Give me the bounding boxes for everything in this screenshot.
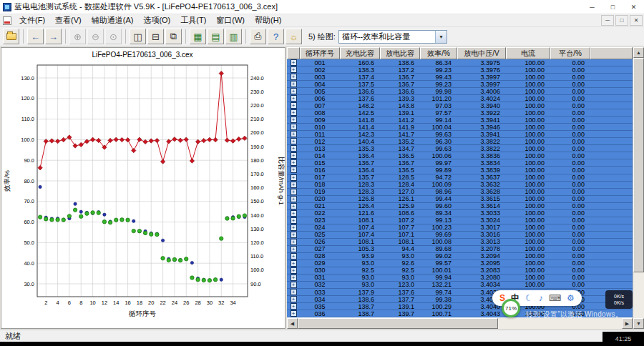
toolbox-icon[interactable]: ⚙ — [567, 293, 575, 303]
close-button[interactable]: ✕ — [623, 0, 644, 14]
zoom-reset-button[interactable]: ⊙ — [105, 29, 122, 44]
table-row-004[interactable]: +004137.5136.799.233.3997100.000.00 — [287, 81, 633, 88]
row-expander-button[interactable]: + — [291, 246, 297, 252]
cascade-windows-button[interactable]: ⧉ — [165, 29, 182, 44]
zoom-out-button[interactable]: ⊖ — [87, 29, 104, 44]
table-row-027[interactable]: +027105.394.489.683.2078100.000.00 — [287, 246, 633, 253]
table-row-030[interactable]: +03092.592.5100.013.2083100.000.00 — [287, 267, 633, 275]
table-row-001[interactable]: +001160.6138.686.343.3975100.000.00 — [287, 59, 633, 66]
row-expander-button[interactable]: + — [291, 81, 297, 87]
child-close-button[interactable]: ✕ — [630, 15, 643, 26]
table-row-032[interactable]: +03293.0123.0132.213.4034100.000.00 — [287, 282, 633, 289]
horizontal-scroll-thumb[interactable] — [298, 318, 498, 329]
row-expander-button[interactable]: + — [291, 196, 297, 202]
table-row-029[interactable]: +02993.092.699.573.2095100.000.00 — [287, 260, 633, 267]
data-list-button[interactable]: ▤ — [208, 29, 224, 44]
row-expander-button[interactable]: + — [291, 131, 297, 137]
scroll-right-arrow[interactable]: ▶ — [622, 318, 633, 329]
row-expander-button[interactable]: + — [291, 203, 297, 209]
back-button[interactable]: ← — [27, 29, 44, 44]
tile-vertical-button[interactable]: ⊟ — [147, 29, 164, 44]
night-mode-icon[interactable]: ☾ — [525, 293, 533, 303]
row-expander-button[interactable]: + — [291, 210, 297, 217]
table-row-022[interactable]: +022121.6108.689.343.3033100.000.00 — [287, 210, 633, 217]
forward-button[interactable]: → — [45, 29, 62, 44]
table-row-020[interactable]: +020126.8126.199.443.3615100.000.00 — [287, 196, 633, 203]
row-expander-button[interactable]: + — [291, 275, 297, 281]
row-expander-button[interactable]: + — [291, 239, 297, 245]
scroll-left-arrow[interactable]: ◀ — [287, 318, 298, 329]
table-row-016[interactable]: +016136.4136.599.893.3839100.000.00 — [287, 167, 633, 174]
table-row-014[interactable]: +014136.4136.5100.063.3836100.000.00 — [287, 152, 633, 159]
table-row-011[interactable]: +011142.3141.799.633.3941100.000.00 — [287, 131, 633, 138]
vertical-scroll-thumb[interactable] — [633, 58, 644, 272]
table-row-028[interactable]: +02893.993.099.023.2094100.000.00 — [287, 253, 633, 260]
row-expander-button[interactable]: + — [291, 217, 297, 224]
table-row-031[interactable]: +03193.093.099.943.2080100.000.00 — [287, 275, 633, 282]
row-expander-button[interactable]: + — [291, 232, 297, 238]
table-row-019[interactable]: +019128.3127.098.963.3628100.000.00 — [287, 189, 633, 196]
help-button[interactable]: ? — [268, 29, 284, 44]
row-expander-button[interactable]: + — [291, 145, 297, 152]
row-expander-button[interactable]: + — [291, 74, 297, 80]
table-row-024[interactable]: +024107.4107.7100.233.3017100.000.00 — [287, 224, 633, 232]
cycle-chart-panel[interactable]: 30.040.050.060.070.080.090.0100.0110.012… — [1, 47, 286, 329]
row-expander-button[interactable]: + — [291, 102, 297, 109]
menu-file[interactable]: 文件(F) — [14, 14, 50, 26]
row-expander-button[interactable]: + — [291, 224, 297, 231]
row-expander-button[interactable]: + — [291, 289, 297, 295]
row-expander-button[interactable]: + — [291, 66, 297, 73]
network-speed-monitor[interactable]: 0K/s 0K/s — [605, 290, 633, 309]
data-grid-button[interactable]: ▦ — [190, 29, 206, 44]
row-expander-button[interactable]: + — [291, 303, 297, 310]
table-row-023[interactable]: +023108.1107.299.133.3024100.000.00 — [287, 217, 633, 224]
row-expander-button[interactable]: + — [291, 182, 297, 188]
row-expander-button[interactable]: + — [291, 152, 297, 159]
chevron-down-icon[interactable]: ▼ — [435, 31, 447, 43]
menu-tools[interactable]: 工具(T) — [175, 14, 211, 26]
tile-horizontal-button[interactable]: ◫ — [130, 29, 146, 44]
table-row-003[interactable]: +003137.4136.799.433.3997100.000.00 — [287, 74, 633, 81]
row-expander-button[interactable]: + — [291, 167, 297, 173]
table-row-010[interactable]: +010141.4141.9100.043.3946100.000.00 — [287, 124, 633, 131]
row-expander-button[interactable]: + — [291, 138, 297, 144]
column-header-expander[interactable] — [287, 47, 300, 59]
row-expander-button[interactable]: + — [291, 267, 297, 274]
maximize-button[interactable]: □ — [602, 0, 623, 14]
scroll-up-arrow[interactable]: ▲ — [633, 47, 644, 58]
plot-type-dropdown[interactable]: 循环--效率和比容量 ▼ — [338, 30, 447, 44]
row-expander-button[interactable]: + — [291, 88, 297, 94]
row-expander-button[interactable]: + — [291, 189, 297, 195]
column-header-3[interactable]: 放电比容 — [380, 47, 420, 59]
table-row-018[interactable]: +018128.3128.4100.093.3632100.000.00 — [287, 182, 633, 189]
row-expander-button[interactable]: + — [291, 282, 297, 288]
data-export-button[interactable]: ▥ — [225, 29, 242, 44]
table-row-013[interactable]: +013135.3134.799.633.3822100.000.00 — [287, 145, 633, 152]
table-row-005[interactable]: +005136.6136.699.983.4006100.000.00 — [287, 88, 633, 95]
row-expander-button[interactable]: + — [291, 174, 297, 181]
table-row-025[interactable]: +025107.4107.199.693.3016100.000.00 — [287, 232, 633, 239]
child-restore-button[interactable]: □ — [615, 15, 628, 26]
table-row-012[interactable]: +012140.4135.296.303.3822100.000.00 — [287, 138, 633, 145]
tip-of-day-button[interactable]: ☼ — [286, 29, 302, 44]
table-row-026[interactable]: +026108.1108.1100.083.3013100.000.00 — [287, 239, 633, 246]
table-row-009[interactable]: +009141.8141.299.143.3941100.000.00 — [287, 117, 633, 124]
row-expander-button[interactable]: + — [291, 117, 297, 123]
row-expander-button[interactable]: + — [291, 109, 297, 116]
row-expander-button[interactable]: + — [291, 159, 297, 166]
minimize-button[interactable]: ─ — [582, 0, 602, 14]
row-expander-button[interactable]: + — [291, 95, 297, 102]
table-row-008[interactable]: +008142.5139.197.573.3922100.000.00 — [287, 109, 633, 117]
menu-options[interactable]: 选项(O) — [138, 14, 175, 26]
child-minimize-button[interactable]: ─ — [601, 15, 614, 26]
column-header-4[interactable]: 效率/% — [420, 47, 457, 59]
table-row-007[interactable]: +007148.2143.897.033.3940100.000.00 — [287, 102, 633, 109]
keyboard-icon[interactable]: ⌨ — [549, 293, 561, 303]
menu-window[interactable]: 窗口(W) — [211, 14, 250, 26]
table-row-017[interactable]: +017135.7128.594.723.3637100.000.00 — [287, 174, 633, 182]
row-expander-button[interactable]: + — [291, 253, 297, 260]
row-expander-button[interactable]: + — [291, 59, 297, 66]
row-expander-button[interactable]: + — [291, 310, 297, 317]
print-button[interactable]: ⎙ — [250, 29, 266, 44]
column-header-5[interactable]: 放电中压/V — [457, 47, 506, 59]
